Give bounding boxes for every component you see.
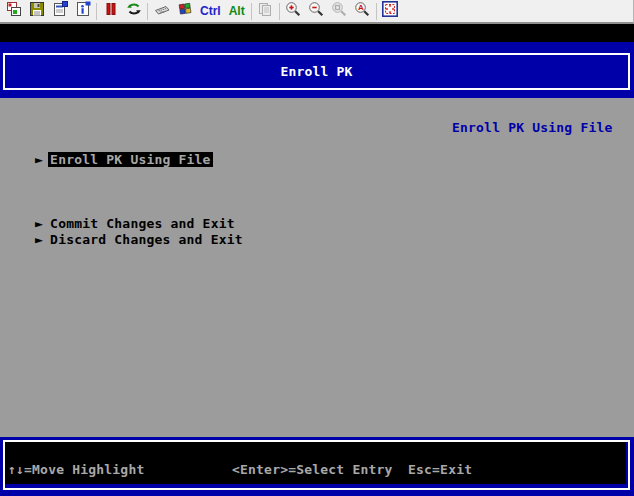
fullscreen-button[interactable] [379, 1, 402, 21]
new-connection-button[interactable] [2, 1, 25, 21]
windows-flag-icon [177, 1, 193, 21]
connection-options-button[interactable] [48, 1, 71, 21]
connection-info-button[interactable] [71, 1, 94, 21]
fullscreen-icon [382, 1, 398, 21]
vnc-toolbar: Ctrl Alt [0, 0, 634, 24]
menu-item-discard-changes-and-exit[interactable]: ►Discard Changes and Exit [3, 216, 245, 232]
zoom-100-icon [331, 1, 347, 21]
hint-select-entry: <Enter>=Select Entry [232, 462, 393, 478]
form-title-band: Enroll PK [0, 42, 634, 98]
save-floppy-icon [29, 1, 45, 21]
svg-text:A: A [358, 3, 364, 12]
screen-top-margin [0, 24, 634, 42]
zoom-out-button[interactable] [305, 1, 328, 21]
new-connection-icon [6, 1, 22, 21]
help-text: Enroll PK Using File [452, 120, 613, 136]
remote-display[interactable]: Enroll PK Enroll PK Using File ►Enroll P… [0, 24, 634, 496]
zoom-out-icon [308, 1, 324, 21]
pause-icon [103, 1, 119, 21]
toolbar-separator [147, 3, 148, 20]
zoom-in-button[interactable] [282, 1, 305, 21]
pause-button[interactable] [99, 1, 122, 21]
ctrl-esc-button[interactable] [173, 1, 196, 21]
save-session-button[interactable] [25, 1, 48, 21]
toolbar-separator [251, 3, 252, 20]
menu-item-label: Enroll PK Using File [48, 152, 213, 167]
menu-item-enroll-pk-using-file[interactable]: ►Enroll PK Using File [3, 136, 213, 152]
send-ctrl-button[interactable]: Ctrl [196, 1, 225, 21]
zoom-auto-button[interactable]: A [351, 1, 374, 21]
copy-files-icon [257, 1, 273, 21]
menu-arrow-icon: ► [35, 232, 48, 248]
hint-esc-exit: Esc=Exit [408, 462, 472, 478]
hint-move-highlight: ↑↓=Move Highlight [8, 462, 144, 478]
toolbar-separator [279, 3, 280, 20]
refresh-button[interactable] [122, 1, 145, 21]
info-document-icon [75, 1, 91, 21]
menu-item-label: Discard Changes and Exit [48, 232, 245, 247]
page-title: Enroll PK [3, 53, 630, 90]
zoom-in-icon [285, 1, 301, 21]
refresh-icon [126, 1, 142, 21]
keyboard-icon [154, 1, 170, 21]
toolbar-separator [96, 3, 97, 20]
menu-item-commit-changes-and-exit[interactable]: ►Commit Changes and Exit [3, 200, 237, 216]
zoom-auto-icon: A [354, 1, 370, 21]
toolbar-separator [376, 3, 377, 20]
menu-arrow-icon: ► [35, 152, 48, 168]
zoom-100-button [328, 1, 351, 21]
ctrl-alt-del-button[interactable] [150, 1, 173, 21]
transfer-files-button [254, 1, 277, 21]
send-alt-button[interactable]: Alt [225, 1, 249, 21]
options-document-icon [52, 1, 68, 21]
